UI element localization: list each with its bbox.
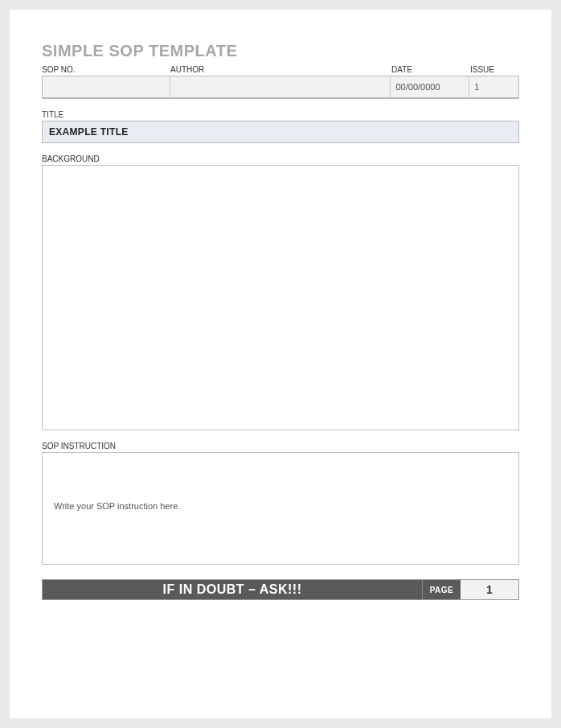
field-background[interactable]: [42, 165, 519, 430]
label-date: DATE: [391, 65, 470, 74]
document-title: SIMPLE SOP TEMPLATE: [42, 42, 519, 60]
footer-message: IF IN DOUBT – ASK!!!: [43, 580, 422, 599]
footer-bar: IF IN DOUBT – ASK!!! PAGE 1: [42, 579, 519, 600]
footer-page-number: 1: [461, 580, 518, 599]
label-sop-instruction: SOP INSTRUCTION: [42, 442, 519, 450]
label-issue: ISSUE: [470, 65, 519, 74]
field-sop-no[interactable]: [43, 76, 170, 97]
field-sop-instruction[interactable]: Write your SOP instruction here.: [42, 452, 519, 565]
field-date[interactable]: 00/00/0000: [391, 76, 469, 97]
footer-page-label: PAGE: [422, 580, 461, 599]
document-page: SIMPLE SOP TEMPLATE SOP NO. AUTHOR DATE …: [10, 10, 551, 718]
header-value-row: 00/00/0000 1: [42, 76, 519, 99]
label-sop-no: SOP NO.: [42, 65, 170, 74]
field-title[interactable]: EXAMPLE TITLE: [42, 121, 519, 143]
field-author[interactable]: [170, 76, 391, 97]
header-label-row: SOP NO. AUTHOR DATE ISSUE: [42, 65, 519, 74]
field-issue[interactable]: 1: [469, 76, 518, 97]
label-author: AUTHOR: [170, 65, 391, 74]
label-background: BACKGROUND: [42, 154, 519, 163]
label-title: TITLE: [42, 110, 519, 119]
